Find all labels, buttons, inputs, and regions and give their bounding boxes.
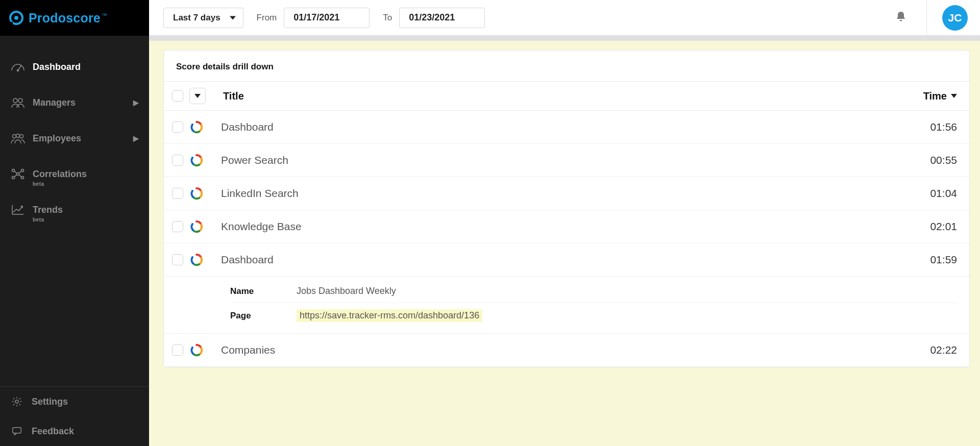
app-icon [189, 253, 204, 267]
main-content: Score details drill down Title Time Dash… [149, 0, 980, 446]
gear-icon [10, 396, 23, 407]
topbar: Last 7 days From 01/17/2021 To 01/23/202… [149, 0, 980, 36]
sidebar-item-label: Settings [32, 397, 68, 407]
svg-point-6 [18, 98, 22, 103]
date-from-group: From 01/17/2021 [257, 8, 370, 28]
select-all-checkbox[interactable] [172, 90, 183, 102]
sidebar-item-trends[interactable]: Trends beta [0, 192, 149, 228]
row-time: 01:56 [930, 121, 957, 133]
app-icon [189, 120, 204, 134]
row-time: 02:22 [930, 344, 957, 356]
brand-name: Prodoscore™ [29, 11, 107, 26]
row-details: NameJobs Dashboard WeeklyPagehttps://sav… [164, 277, 969, 334]
sidebar-item-employees[interactable]: Employees ▶ [0, 120, 149, 156]
trend-chart-icon [10, 203, 26, 216]
app-icon [189, 219, 204, 234]
row-title: Power Search [221, 154, 930, 166]
app-icon [189, 186, 204, 201]
row-checkbox[interactable] [172, 155, 183, 166]
svg-point-7 [13, 135, 16, 138]
to-label: To [383, 13, 392, 23]
row-title: Dashboard [221, 254, 930, 266]
chevron-right-icon: ▶ [133, 98, 139, 107]
notifications-button[interactable] [891, 8, 911, 28]
bulk-actions-dropdown[interactable] [189, 88, 206, 104]
date-range-value: Last 7 days [173, 13, 220, 23]
date-to-group: To 01/23/2021 [383, 8, 485, 28]
sidebar-nav: Dashboard Managers ▶ Employees ▶ Correla… [0, 36, 149, 387]
row-checkbox[interactable] [172, 221, 183, 232]
svg-line-18 [19, 175, 21, 177]
chat-icon [10, 426, 23, 437]
row-title: Dashboard [221, 121, 930, 133]
row-checkbox[interactable] [172, 188, 183, 199]
sidebar-item-dashboard[interactable]: Dashboard [0, 49, 149, 85]
detail-page-value[interactable]: https://save.tracker-rms.com/dashboard/1… [297, 309, 482, 322]
svg-rect-22 [13, 428, 21, 433]
beta-tag: beta [33, 181, 44, 187]
from-label: From [257, 13, 277, 23]
avatar-initials: JC [948, 12, 962, 24]
column-time-header[interactable]: Time [923, 90, 957, 102]
sidebar-footer: Settings Feedback [0, 387, 149, 446]
svg-line-16 [19, 171, 21, 174]
svg-point-5 [13, 98, 17, 103]
sidebar-item-correlations[interactable]: Correlations beta [0, 156, 149, 192]
sidebar: Prodoscore™ Dashboard Managers ▶ Employe… [0, 0, 149, 446]
user-avatar[interactable]: JC [942, 5, 968, 31]
row-title: Companies [221, 344, 930, 356]
gauge-icon [10, 60, 26, 73]
sidebar-item-label: Dashboard [33, 62, 81, 72]
sidebar-item-label: Employees [33, 133, 81, 144]
sidebar-item-settings[interactable]: Settings [0, 387, 149, 416]
table-row[interactable]: Dashboard01:56 [164, 111, 969, 144]
chevron-right-icon: ▶ [133, 134, 139, 142]
svg-rect-2 [9, 22, 13, 25]
brand-logo-icon [9, 11, 23, 25]
row-checkbox[interactable] [172, 254, 183, 265]
date-from-input[interactable]: 01/17/2021 [284, 8, 370, 28]
sidebar-item-label: Managers [33, 97, 76, 108]
column-time-label: Time [923, 90, 947, 102]
row-title: Knowledge Base [221, 220, 930, 233]
date-to-input[interactable]: 01/23/2021 [399, 8, 485, 28]
app-icon [189, 343, 204, 357]
sidebar-item-managers[interactable]: Managers ▶ [0, 85, 149, 120]
table-row[interactable]: Knowledge Base02:01 [164, 210, 969, 243]
people-pair-icon [10, 96, 26, 109]
divider [926, 0, 927, 36]
table-row[interactable]: Companies02:22 [164, 334, 969, 367]
row-checkbox[interactable] [172, 121, 183, 133]
svg-point-1 [14, 16, 18, 20]
content-strip [149, 36, 980, 41]
svg-point-8 [16, 134, 20, 138]
table-header: Title Time [164, 81, 969, 111]
sidebar-item-feedback[interactable]: Feedback [0, 416, 149, 446]
table-body: Dashboard01:56Power Search00:55LinkedIn … [164, 111, 969, 367]
beta-tag: beta [33, 217, 44, 222]
row-title: LinkedIn Search [221, 187, 930, 200]
table-row[interactable]: LinkedIn Search01:04 [164, 177, 969, 210]
table-row[interactable]: Dashboard01:59 [164, 243, 969, 277]
panel-header: Score details drill down [164, 51, 969, 81]
row-time: 00:55 [930, 154, 957, 166]
row-checkbox[interactable] [172, 344, 183, 356]
detail-name-value: Jobs Dashboard Weekly [297, 286, 396, 296]
row-time: 01:59 [930, 254, 957, 266]
column-title-header: Title [223, 90, 923, 102]
sort-desc-icon [951, 94, 957, 98]
logo-bar: Prodoscore™ [0, 0, 149, 36]
sidebar-item-label: Trends [33, 205, 63, 215]
people-group-icon [10, 132, 26, 145]
sidebar-item-label: Correlations [33, 169, 87, 180]
panel-title: Score details drill down [176, 62, 958, 72]
detail-name-key: Name [230, 286, 297, 296]
svg-point-21 [15, 400, 18, 403]
score-details-panel: Score details drill down Title Time Dash… [163, 50, 970, 367]
bell-icon [895, 11, 906, 25]
app-icon [189, 153, 204, 167]
date-range-select[interactable]: Last 7 days [163, 8, 243, 28]
detail-page-key: Page [230, 311, 297, 321]
table-row[interactable]: Power Search00:55 [164, 144, 969, 177]
row-time: 01:04 [930, 187, 957, 200]
